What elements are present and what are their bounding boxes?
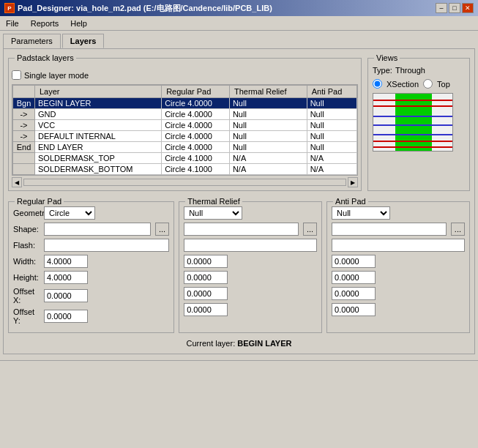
scroll-right-btn[interactable]: ▶ <box>348 177 358 187</box>
current-layer-value: BEGIN LAYER <box>237 339 291 348</box>
radio-top[interactable] <box>423 79 433 89</box>
anti-flash-input[interactable] <box>332 239 465 252</box>
thermal-shape-browse-btn[interactable]: ... <box>303 223 317 236</box>
row-layer: END LAYER <box>35 142 162 153</box>
anti-shape-input[interactable] <box>332 223 447 236</box>
row-prefix: -> <box>13 109 35 120</box>
regular-pad-label: Regular Pad <box>15 197 64 206</box>
offsety-label: Offset Y: <box>13 307 41 325</box>
offsety-input[interactable]: 0.0000 <box>44 310 88 323</box>
scroll-thumb <box>23 179 346 186</box>
line-bot-red2 <box>373 146 452 148</box>
thermal-shape-input[interactable] <box>184 223 299 236</box>
anti-width-input[interactable]: 0.0000 <box>332 255 376 268</box>
single-layer-row: Single layer mode <box>12 70 358 80</box>
col-anti-pad: Anti Pad <box>307 86 356 98</box>
thermal-flash-input[interactable] <box>184 239 317 252</box>
single-layer-checkbox[interactable] <box>12 70 21 80</box>
row-regular-pad: Circle 4.1000 <box>162 153 230 164</box>
thermal-relief-group: Thermal Relief Null ... 0.0000 0. <box>179 201 322 333</box>
maximize-button[interactable]: □ <box>449 3 460 13</box>
views-label: Views <box>374 53 400 62</box>
current-layer-label: Current layer: <box>187 339 236 348</box>
line-low-blue <box>373 134 452 135</box>
menu-file[interactable]: File <box>3 18 22 29</box>
geometry-select[interactable]: Circle <box>44 206 95 220</box>
geometry-dropdown-wrapper: Circle <box>44 206 95 220</box>
radio-xsection[interactable] <box>373 79 382 89</box>
current-layer-bar: Current layer: BEGIN LAYER <box>8 337 470 349</box>
thermal-geometry-row: Null <box>184 206 317 220</box>
h-scroll-bar[interactable]: ◀ ▶ <box>12 177 358 187</box>
shape-browse-btn[interactable]: ... <box>155 223 169 236</box>
shape-label: Shape: <box>13 225 41 234</box>
anti-pad-group: Anti Pad Null ... 0.0000 0.0000 <box>326 201 470 333</box>
col-thermal-relief: Thermal Relief <box>229 86 307 98</box>
tab-parameters[interactable]: Parameters <box>3 34 61 48</box>
row-anti-pad: Null <box>307 98 356 109</box>
views-type-row: Type: Through <box>373 66 465 75</box>
line-mid-blue <box>373 116 452 117</box>
thermal-width-row: 0.0000 <box>184 255 317 268</box>
window-controls: – □ ✕ <box>436 3 474 13</box>
anti-geometry-select[interactable]: Null <box>332 206 390 220</box>
height-label: Height: <box>13 273 41 282</box>
row-thermal-relief: Null <box>229 131 307 142</box>
offsety-row: Offset Y: 0.0000 <box>13 307 169 325</box>
tab-layers[interactable]: Layers <box>62 34 104 48</box>
table-row[interactable]: -> VCC Circle 4.0000 Null Null <box>13 120 357 131</box>
row-thermal-relief: Null <box>229 98 307 109</box>
anti-flash-row <box>332 239 465 252</box>
layers-table-container[interactable]: Layer Regular Pad Thermal Relief Anti Pa… <box>12 84 358 176</box>
radio-xsection-label: XSection <box>386 80 419 89</box>
offsetx-input[interactable]: 0.0000 <box>44 289 88 302</box>
table-row[interactable]: -> GND Circle 4.0000 Null Null <box>13 109 357 120</box>
radio-top-label: Top <box>437 80 450 89</box>
scroll-left-btn[interactable]: ◀ <box>12 177 22 187</box>
col-prefix <box>13 86 35 98</box>
table-row[interactable]: End END LAYER Circle 4.0000 Null Null <box>13 142 357 153</box>
row-anti-pad: Null <box>307 131 356 142</box>
line-bot-red <box>373 141 452 142</box>
shape-input[interactable] <box>44 223 151 236</box>
table-row[interactable]: Bgn BEGIN LAYER Circle 4.0000 Null Null <box>13 98 357 109</box>
width-input[interactable]: 4.0000 <box>44 255 88 268</box>
minimize-button[interactable]: – <box>436 3 447 13</box>
row-thermal-relief: Null <box>229 120 307 131</box>
table-row[interactable]: SOLDERMASK_TOP Circle 4.1000 N/A N/A <box>13 153 357 164</box>
menu-help[interactable]: Help <box>67 18 90 29</box>
thermal-relief-label: Thermal Relief <box>185 197 242 206</box>
content-area: Padstack layers Single layer mode Layer … <box>3 48 475 354</box>
row-prefix: -> <box>13 120 35 131</box>
thermal-geometry-select[interactable]: Null <box>184 206 242 220</box>
window-title: Pad_Designer: via_hole_m2.pad (E:/电路图/Ca… <box>18 3 272 14</box>
row-anti-pad: N/A <box>307 153 356 164</box>
row-thermal-relief: N/A <box>229 164 307 175</box>
radio-row: XSection Top <box>373 79 465 89</box>
thermal-offsety-input[interactable]: 0.0000 <box>184 303 228 316</box>
menu-bar: File Reports Help <box>0 16 478 31</box>
anti-height-input[interactable]: 0.0000 <box>332 271 376 284</box>
close-button[interactable]: ✕ <box>462 3 474 13</box>
thermal-offsety-row: 0.0000 <box>184 303 317 316</box>
row-layer: SOLDERMASK_BOTTOM <box>35 164 162 175</box>
anti-geometry-row: Null <box>332 206 465 220</box>
thermal-height-input[interactable]: 0.0000 <box>184 271 228 284</box>
status-bar <box>0 360 478 373</box>
flash-input[interactable] <box>44 239 169 252</box>
thermal-width-input[interactable]: 0.0000 <box>184 255 228 268</box>
xsection-green-fill <box>395 94 432 151</box>
anti-shape-browse-btn[interactable]: ... <box>451 223 465 236</box>
padstack-layers-label: Padstack layers <box>15 53 76 62</box>
row-layer: SOLDERMASK_TOP <box>35 153 162 164</box>
views-group: Views Type: Through XSection Top <box>367 58 470 191</box>
tab-bar: Parameters Layers <box>3 34 475 48</box>
row-anti-pad: N/A <box>307 164 356 175</box>
anti-offsetx-input[interactable]: 0.0000 <box>332 287 376 300</box>
table-row[interactable]: SOLDERMASK_BOTTOM Circle 4.1000 N/A N/A <box>13 164 357 175</box>
table-row[interactable]: -> DEFAULT INTERNAL Circle 4.0000 Null N… <box>13 131 357 142</box>
anti-offsety-input[interactable]: 0.0000 <box>332 303 376 316</box>
thermal-offsetx-input[interactable]: 0.0000 <box>184 287 228 300</box>
menu-reports[interactable]: Reports <box>28 18 62 29</box>
height-input[interactable]: 4.0000 <box>44 271 88 284</box>
